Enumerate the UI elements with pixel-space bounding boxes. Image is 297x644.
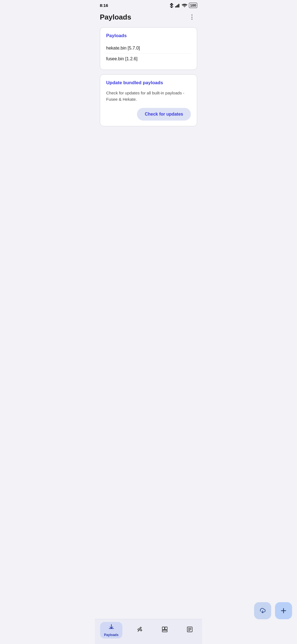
svg-rect-2	[177, 5, 178, 7]
payloads-card-title: Payloads	[106, 33, 191, 39]
main-content: Payloads hekate.bin [5.7.0] fusee.bin [1…	[95, 26, 202, 159]
more-options-button[interactable]: ⋮	[187, 12, 197, 22]
svg-rect-1	[176, 6, 177, 7]
status-icons: 100	[170, 3, 197, 8]
bluetooth-icon	[170, 3, 174, 8]
payload-list: hekate.bin [5.7.0] fusee.bin [1.2.6]	[106, 43, 191, 64]
update-card-title: Update bundled payloads	[106, 80, 191, 86]
check-updates-button[interactable]: Check for updates	[137, 108, 191, 121]
list-item[interactable]: fusee.bin [1.2.6]	[106, 54, 191, 64]
update-card-description: Check for updates for all built-in paylo…	[106, 90, 191, 102]
payloads-card: Payloads hekate.bin [5.7.0] fusee.bin [1…	[100, 27, 197, 70]
battery-icon: 100	[189, 3, 197, 8]
page-title: Payloads	[100, 13, 131, 21]
wifi-icon	[182, 4, 187, 7]
status-bar: 8:16 100	[95, 0, 202, 10]
list-item[interactable]: hekate.bin [5.7.0]	[106, 43, 191, 54]
check-btn-wrap: Check for updates	[106, 108, 191, 121]
app-bar: Payloads ⋮	[95, 10, 202, 26]
update-card: Update bundled payloads Check for update…	[100, 74, 197, 126]
svg-rect-3	[178, 4, 179, 7]
signal-icon	[175, 4, 180, 7]
status-time: 8:16	[100, 3, 108, 8]
svg-rect-0	[175, 6, 176, 7]
